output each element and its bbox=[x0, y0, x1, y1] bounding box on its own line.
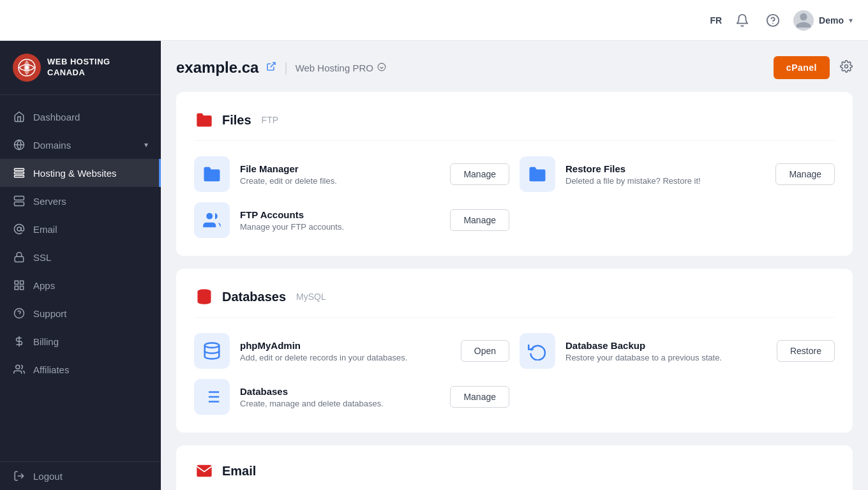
language-switcher[interactable]: FR bbox=[710, 15, 722, 26]
database-backup-icon-wrap bbox=[520, 333, 555, 369]
restore-files-icon-wrap bbox=[520, 156, 555, 192]
cpanel-button[interactable]: cPanel bbox=[774, 56, 830, 79]
hosting-plan-label: Web Hosting PRO bbox=[296, 63, 373, 73]
svg-rect-15 bbox=[15, 281, 18, 284]
sidebar-label-support: Support bbox=[33, 308, 67, 319]
databases-item: Databases Create, manage and delete data… bbox=[194, 379, 509, 415]
domain-name: example.ca bbox=[176, 59, 258, 77]
sidebar-label-hosting: Hosting & Websites bbox=[33, 168, 117, 179]
sidebar-item-ssl[interactable]: SSL bbox=[0, 243, 161, 271]
sidebar-item-affiliates[interactable]: Affiliates bbox=[0, 355, 161, 383]
database-backup-name: Database Backup bbox=[565, 340, 767, 351]
ftp-accounts-icon-wrap bbox=[194, 202, 230, 238]
sidebar-nav: Dashboard Domains ▾ bbox=[0, 95, 161, 461]
database-backup-item: Database Backup Restore your database to… bbox=[520, 333, 835, 369]
external-link-icon[interactable] bbox=[266, 61, 276, 74]
email-section-icon bbox=[194, 461, 214, 481]
logo-icon bbox=[13, 54, 41, 82]
svg-point-13 bbox=[17, 227, 21, 231]
files-section-icon bbox=[194, 110, 214, 130]
header-actions: FR Demo ▾ bbox=[710, 10, 853, 31]
top-header: FR Demo ▾ bbox=[0, 0, 868, 41]
restore-files-name: Restore Files bbox=[565, 163, 765, 174]
user-menu[interactable]: Demo ▾ bbox=[793, 10, 853, 31]
logo[interactable]: WEB HOSTING CANADA bbox=[0, 41, 161, 95]
globe-icon bbox=[13, 138, 26, 151]
file-manager-info: File Manager Create, edit or delete file… bbox=[240, 163, 440, 186]
notification-icon[interactable] bbox=[732, 10, 752, 31]
sidebar-item-domains[interactable]: Domains ▾ bbox=[0, 131, 161, 159]
files-services-grid: File Manager Create, edit or delete file… bbox=[194, 156, 835, 238]
sidebar-item-billing[interactable]: Billing bbox=[0, 327, 161, 355]
file-manager-manage-button[interactable]: Manage bbox=[450, 163, 509, 185]
svg-rect-18 bbox=[20, 286, 24, 290]
files-card-header: Files FTP bbox=[194, 110, 835, 141]
databases-card-subtitle: MySQL bbox=[296, 292, 326, 302]
sidebar-label-dashboard: Dashboard bbox=[33, 112, 80, 122]
username-label: Demo bbox=[819, 15, 844, 26]
sidebar-label-domains: Domains bbox=[33, 140, 71, 151]
layout: WEB HOSTING CANADA Dashboard bbox=[0, 41, 868, 490]
sidebar-bottom: Logout bbox=[0, 461, 161, 490]
sidebar-label-ssl: SSL bbox=[33, 252, 51, 263]
databases-icon-wrap bbox=[194, 379, 230, 415]
restore-files-manage-button[interactable]: Manage bbox=[775, 163, 835, 185]
sidebar-label-affiliates: Affiliates bbox=[33, 364, 69, 375]
main-content: example.ca | Web Hosting PRO bbox=[161, 41, 868, 490]
databases-manage-button[interactable]: Manage bbox=[450, 386, 509, 408]
support-icon bbox=[13, 307, 26, 320]
databases-section: Databases MySQL phpMyAdmin Add, bbox=[176, 269, 853, 433]
svg-point-3 bbox=[25, 66, 29, 70]
files-card-title: Files bbox=[222, 113, 251, 128]
phpmyadmin-open-button[interactable]: Open bbox=[461, 340, 509, 362]
sidebar-item-logout[interactable]: Logout bbox=[0, 462, 161, 490]
hosting-plan-selector[interactable]: Web Hosting PRO bbox=[296, 63, 386, 73]
billing-icon bbox=[13, 335, 26, 348]
user-menu-chevron: ▾ bbox=[849, 16, 853, 25]
help-icon[interactable] bbox=[763, 10, 783, 31]
domains-chevron-icon: ▾ bbox=[144, 140, 148, 149]
affiliates-icon bbox=[13, 363, 26, 376]
svg-rect-8 bbox=[15, 175, 24, 177]
svg-rect-10 bbox=[15, 202, 24, 206]
restore-files-item: Restore Files Deleted a file by mistake?… bbox=[520, 156, 835, 192]
svg-rect-9 bbox=[15, 197, 24, 200]
settings-icon[interactable] bbox=[840, 60, 853, 76]
sidebar-item-servers[interactable]: Servers bbox=[0, 187, 161, 215]
svg-point-22 bbox=[16, 365, 20, 369]
sidebar-item-email[interactable]: Email bbox=[0, 215, 161, 243]
apps-icon bbox=[13, 279, 26, 292]
ftp-accounts-desc: Manage your FTP accounts. bbox=[240, 222, 440, 232]
sidebar-label-apps: Apps bbox=[33, 280, 55, 291]
database-backup-info: Database Backup Restore your database to… bbox=[565, 340, 767, 362]
svg-line-24 bbox=[271, 63, 275, 67]
database-backup-restore-button[interactable]: Restore bbox=[777, 340, 835, 362]
page-title-area: example.ca | Web Hosting PRO bbox=[176, 59, 386, 77]
logout-icon bbox=[13, 470, 26, 482]
sidebar-item-dashboard[interactable]: Dashboard bbox=[0, 103, 161, 131]
file-manager-desc: Create, edit or delete files. bbox=[240, 176, 440, 186]
restore-files-info: Restore Files Deleted a file by mistake?… bbox=[565, 163, 765, 186]
page-header: example.ca | Web Hosting PRO bbox=[176, 56, 853, 79]
sidebar-label-logout: Logout bbox=[33, 471, 63, 482]
ftp-accounts-manage-button[interactable]: Manage bbox=[450, 209, 509, 231]
databases-manage-desc: Create, manage and delete databases. bbox=[240, 399, 440, 408]
sidebar-item-hosting[interactable]: Hosting & Websites bbox=[0, 159, 161, 187]
sidebar-item-support[interactable]: Support bbox=[0, 299, 161, 327]
sidebar: WEB HOSTING CANADA Dashboard bbox=[0, 41, 161, 490]
page-header-actions: cPanel bbox=[774, 56, 853, 79]
home-icon bbox=[13, 110, 26, 123]
file-manager-icon-wrap bbox=[194, 156, 230, 192]
database-backup-desc: Restore your database to a previous stat… bbox=[565, 353, 767, 362]
sidebar-label-servers: Servers bbox=[33, 196, 66, 207]
svg-point-27 bbox=[206, 213, 213, 219]
svg-point-25 bbox=[378, 63, 385, 71]
databases-card-title: Databases bbox=[222, 290, 286, 304]
phpmyadmin-info: phpMyAdmin Add, edit or delete records i… bbox=[240, 340, 451, 362]
phpmyadmin-item: phpMyAdmin Add, edit or delete records i… bbox=[194, 333, 509, 369]
hosting-plan-chevron-icon bbox=[377, 63, 386, 73]
svg-rect-16 bbox=[20, 281, 24, 284]
phpmyadmin-desc: Add, edit or delete records in your data… bbox=[240, 353, 451, 362]
sidebar-item-apps[interactable]: Apps bbox=[0, 271, 161, 299]
databases-manage-info: Databases Create, manage and delete data… bbox=[240, 386, 440, 408]
